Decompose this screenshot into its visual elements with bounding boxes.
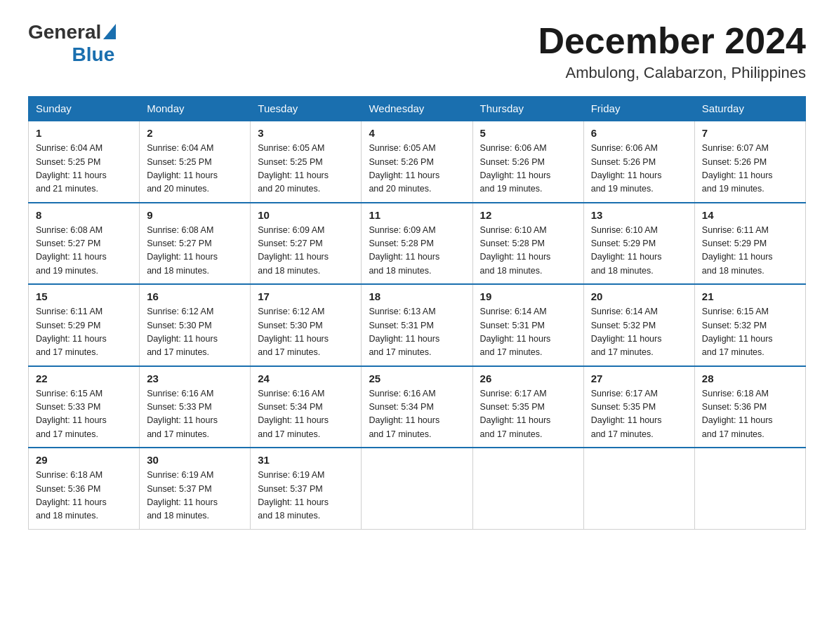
- calendar-cell: 21 Sunrise: 6:15 AM Sunset: 5:32 PM Dayl…: [694, 284, 805, 366]
- calendar-cell: 10 Sunrise: 6:09 AM Sunset: 5:27 PM Dayl…: [251, 203, 362, 285]
- calendar-cell: 26 Sunrise: 6:17 AM Sunset: 5:35 PM Dayl…: [472, 366, 583, 448]
- calendar-cell: 22 Sunrise: 6:15 AM Sunset: 5:33 PM Dayl…: [29, 366, 140, 448]
- day-info: Sunrise: 6:04 AM Sunset: 5:25 PM Dayligh…: [147, 142, 243, 196]
- day-number: 10: [258, 209, 354, 221]
- day-info: Sunrise: 6:16 AM Sunset: 5:34 PM Dayligh…: [369, 387, 465, 442]
- title-section: December 2024 Ambulong, Calabarzon, Phil…: [538, 21, 806, 82]
- day-number: 19: [480, 290, 576, 302]
- calendar-week-row: 1 Sunrise: 6:04 AM Sunset: 5:25 PM Dayli…: [29, 121, 806, 203]
- calendar-cell: 27 Sunrise: 6:17 AM Sunset: 5:35 PM Dayl…: [583, 366, 694, 448]
- day-number: 30: [147, 454, 243, 466]
- day-number: 6: [591, 127, 687, 139]
- day-info: Sunrise: 6:09 AM Sunset: 5:27 PM Dayligh…: [258, 224, 354, 279]
- day-info: Sunrise: 6:05 AM Sunset: 5:25 PM Dayligh…: [258, 142, 354, 196]
- calendar-cell: 2 Sunrise: 6:04 AM Sunset: 5:25 PM Dayli…: [140, 121, 251, 203]
- calendar-subtitle: Ambulong, Calabarzon, Philippines: [538, 64, 806, 82]
- calendar-cell: 28 Sunrise: 6:18 AM Sunset: 5:36 PM Dayl…: [694, 366, 805, 448]
- calendar-cell: 19 Sunrise: 6:14 AM Sunset: 5:31 PM Dayl…: [472, 284, 583, 366]
- day-number: 12: [480, 209, 576, 221]
- day-info: Sunrise: 6:08 AM Sunset: 5:27 PM Dayligh…: [147, 224, 243, 279]
- day-number: 18: [369, 290, 465, 302]
- calendar-week-row: 15 Sunrise: 6:11 AM Sunset: 5:29 PM Dayl…: [29, 284, 806, 366]
- calendar-cell: 31 Sunrise: 6:19 AM Sunset: 5:37 PM Dayl…: [251, 448, 362, 529]
- calendar-cell: 16 Sunrise: 6:12 AM Sunset: 5:30 PM Dayl…: [140, 284, 251, 366]
- calendar-cell: 18 Sunrise: 6:13 AM Sunset: 5:31 PM Dayl…: [362, 284, 472, 366]
- day-number: 3: [258, 127, 354, 139]
- day-number: 24: [258, 373, 354, 384]
- column-header-wednesday: Wednesday: [362, 97, 472, 121]
- day-number: 23: [147, 373, 243, 384]
- calendar-week-row: 8 Sunrise: 6:08 AM Sunset: 5:27 PM Dayli…: [29, 203, 806, 285]
- calendar-table: SundayMondayTuesdayWednesdayThursdayFrid…: [28, 96, 806, 530]
- page-header: General Blue December 2024 Ambulong, Cal…: [28, 21, 806, 82]
- day-info: Sunrise: 6:18 AM Sunset: 5:36 PM Dayligh…: [702, 387, 798, 442]
- day-info: Sunrise: 6:16 AM Sunset: 5:34 PM Dayligh…: [258, 387, 354, 442]
- column-header-monday: Monday: [140, 97, 251, 121]
- svg-marker-0: [103, 24, 116, 39]
- logo-blue-text: Blue: [72, 43, 115, 66]
- day-number: 25: [369, 373, 465, 384]
- day-info: Sunrise: 6:15 AM Sunset: 5:32 PM Dayligh…: [702, 305, 798, 360]
- day-number: 26: [480, 373, 576, 384]
- day-info: Sunrise: 6:13 AM Sunset: 5:31 PM Dayligh…: [369, 305, 465, 360]
- day-number: 20: [591, 290, 687, 302]
- calendar-cell: 9 Sunrise: 6:08 AM Sunset: 5:27 PM Dayli…: [140, 203, 251, 285]
- day-number: 7: [702, 127, 798, 139]
- day-number: 4: [369, 127, 465, 139]
- day-info: Sunrise: 6:11 AM Sunset: 5:29 PM Dayligh…: [702, 224, 798, 279]
- day-number: 22: [36, 373, 132, 384]
- day-info: Sunrise: 6:17 AM Sunset: 5:35 PM Dayligh…: [480, 387, 576, 442]
- calendar-cell: 20 Sunrise: 6:14 AM Sunset: 5:32 PM Dayl…: [583, 284, 694, 366]
- day-info: Sunrise: 6:14 AM Sunset: 5:32 PM Dayligh…: [591, 305, 687, 360]
- day-info: Sunrise: 6:06 AM Sunset: 5:26 PM Dayligh…: [480, 142, 576, 196]
- calendar-cell: 4 Sunrise: 6:05 AM Sunset: 5:26 PM Dayli…: [362, 121, 472, 203]
- day-info: Sunrise: 6:16 AM Sunset: 5:33 PM Dayligh…: [147, 387, 243, 442]
- calendar-cell: 30 Sunrise: 6:19 AM Sunset: 5:37 PM Dayl…: [140, 448, 251, 529]
- column-header-tuesday: Tuesday: [251, 97, 362, 121]
- day-number: 16: [147, 290, 243, 302]
- day-info: Sunrise: 6:08 AM Sunset: 5:27 PM Dayligh…: [36, 224, 132, 279]
- day-info: Sunrise: 6:04 AM Sunset: 5:25 PM Dayligh…: [36, 142, 132, 196]
- calendar-cell: 15 Sunrise: 6:11 AM Sunset: 5:29 PM Dayl…: [29, 284, 140, 366]
- day-info: Sunrise: 6:18 AM Sunset: 5:36 PM Dayligh…: [36, 469, 132, 523]
- day-number: 28: [702, 373, 798, 384]
- calendar-cell: 12 Sunrise: 6:10 AM Sunset: 5:28 PM Dayl…: [472, 203, 583, 285]
- day-info: Sunrise: 6:11 AM Sunset: 5:29 PM Dayligh…: [36, 305, 132, 360]
- day-number: 11: [369, 209, 465, 221]
- logo: General Blue: [28, 21, 116, 66]
- day-info: Sunrise: 6:10 AM Sunset: 5:29 PM Dayligh…: [591, 224, 687, 279]
- logo-general-text: General: [28, 21, 101, 43]
- calendar-cell: 7 Sunrise: 6:07 AM Sunset: 5:26 PM Dayli…: [694, 121, 805, 203]
- calendar-cell: 13 Sunrise: 6:10 AM Sunset: 5:29 PM Dayl…: [583, 203, 694, 285]
- calendar-cell: [694, 448, 805, 529]
- day-info: Sunrise: 6:12 AM Sunset: 5:30 PM Dayligh…: [147, 305, 243, 360]
- day-info: Sunrise: 6:09 AM Sunset: 5:28 PM Dayligh…: [369, 224, 465, 279]
- day-info: Sunrise: 6:07 AM Sunset: 5:26 PM Dayligh…: [702, 142, 798, 196]
- calendar-cell: 24 Sunrise: 6:16 AM Sunset: 5:34 PM Dayl…: [251, 366, 362, 448]
- calendar-cell: [583, 448, 694, 529]
- day-info: Sunrise: 6:05 AM Sunset: 5:26 PM Dayligh…: [369, 142, 465, 196]
- calendar-cell: 1 Sunrise: 6:04 AM Sunset: 5:25 PM Dayli…: [29, 121, 140, 203]
- day-info: Sunrise: 6:12 AM Sunset: 5:30 PM Dayligh…: [258, 305, 354, 360]
- calendar-cell: 17 Sunrise: 6:12 AM Sunset: 5:30 PM Dayl…: [251, 284, 362, 366]
- day-number: 31: [258, 454, 354, 466]
- day-number: 15: [36, 290, 132, 302]
- calendar-cell: [362, 448, 472, 529]
- day-number: 8: [36, 209, 132, 221]
- day-info: Sunrise: 6:19 AM Sunset: 5:37 PM Dayligh…: [147, 469, 243, 523]
- column-header-thursday: Thursday: [472, 97, 583, 121]
- column-header-sunday: Sunday: [29, 97, 140, 121]
- calendar-week-row: 22 Sunrise: 6:15 AM Sunset: 5:33 PM Dayl…: [29, 366, 806, 448]
- calendar-header-row: SundayMondayTuesdayWednesdayThursdayFrid…: [29, 97, 806, 121]
- calendar-cell: [472, 448, 583, 529]
- day-number: 21: [702, 290, 798, 302]
- day-info: Sunrise: 6:15 AM Sunset: 5:33 PM Dayligh…: [36, 387, 132, 442]
- calendar-cell: 5 Sunrise: 6:06 AM Sunset: 5:26 PM Dayli…: [472, 121, 583, 203]
- day-info: Sunrise: 6:14 AM Sunset: 5:31 PM Dayligh…: [480, 305, 576, 360]
- logo-triangle-icon: [103, 24, 116, 39]
- calendar-week-row: 29 Sunrise: 6:18 AM Sunset: 5:36 PM Dayl…: [29, 448, 806, 529]
- calendar-cell: 8 Sunrise: 6:08 AM Sunset: 5:27 PM Dayli…: [29, 203, 140, 285]
- day-number: 5: [480, 127, 576, 139]
- day-number: 29: [36, 454, 132, 466]
- day-number: 14: [702, 209, 798, 221]
